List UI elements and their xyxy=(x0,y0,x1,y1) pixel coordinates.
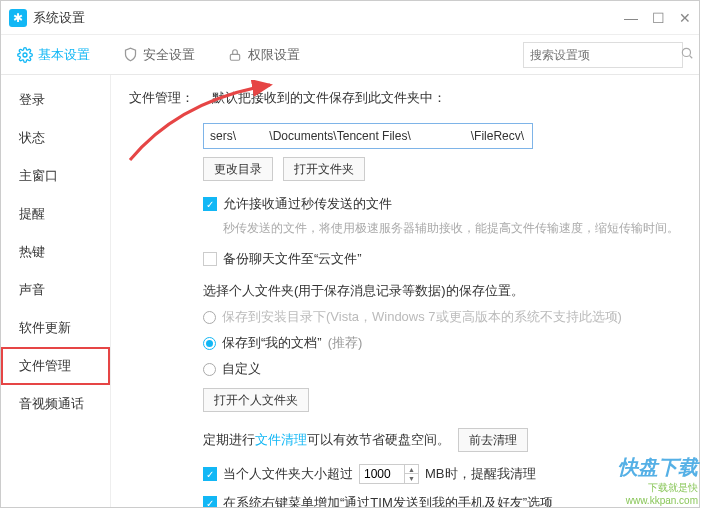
size-alert-suffix: MB时，提醒我清理 xyxy=(425,465,536,483)
sidebar-item-sound[interactable]: 声音 xyxy=(1,271,110,309)
radio-my-docs-hint: (推荐) xyxy=(328,334,363,352)
content-panel: 文件管理： 默认把接收到的文件保存到此文件夹中： 更改目录 打开文件夹 ✓ 允许… xyxy=(111,75,699,507)
radio-my-docs[interactable] xyxy=(203,337,216,350)
radio-custom-label: 自定义 xyxy=(222,360,261,378)
sidebar-item-login[interactable]: 登录 xyxy=(1,81,110,119)
fast-hint: 秒传发送的文件，将使用极速服务器辅助接收，能提高文件传输速度，缩短传输时间。 xyxy=(223,219,681,238)
cleanup-text: 定期进行文件清理可以有效节省硬盘空间。 xyxy=(203,431,450,449)
radio-custom[interactable] xyxy=(203,363,216,376)
sidebar-item-reminder[interactable]: 提醒 xyxy=(1,195,110,233)
svg-rect-1 xyxy=(230,54,239,60)
personal-loc-desc: 选择个人文件夹(用于保存消息记录等数据)的保存位置。 xyxy=(203,282,681,300)
sidebar-item-status[interactable]: 状态 xyxy=(1,119,110,157)
tab-security[interactable]: 安全设置 xyxy=(122,46,195,64)
sidebar-item-avcall[interactable]: 音视频通话 xyxy=(1,385,110,423)
sidebar-item-update[interactable]: 软件更新 xyxy=(1,309,110,347)
backup-cloud-label: 备份聊天文件至“云文件” xyxy=(223,250,362,268)
radio-my-docs-label: 保存到“我的文档” xyxy=(222,334,322,352)
sidebar-item-hotkey[interactable]: 热键 xyxy=(1,233,110,271)
size-threshold-input[interactable] xyxy=(360,467,404,481)
search-input[interactable] xyxy=(530,48,680,62)
tab-bar: 基本设置 安全设置 权限设置 xyxy=(1,35,699,75)
cleanup-now-button[interactable]: 前去清理 xyxy=(458,428,528,452)
context-menu-label: 在系统右键菜单增加“通过TIM发送到我的手机及好友”选项 xyxy=(223,494,553,507)
size-threshold-stepper[interactable]: ▲▼ xyxy=(359,464,419,484)
default-save-desc: 默认把接收到的文件保存到此文件夹中： xyxy=(212,89,446,107)
search-box[interactable] xyxy=(523,42,683,68)
sidebar-item-filemanage[interactable]: 文件管理 xyxy=(1,347,110,385)
sidebar-item-mainwindow[interactable]: 主窗口 xyxy=(1,157,110,195)
window-title: 系统设置 xyxy=(33,9,85,27)
gear-icon xyxy=(17,47,33,63)
stepper-up-icon[interactable]: ▲ xyxy=(405,465,418,474)
sidebar: 登录 状态 主窗口 提醒 热键 声音 软件更新 文件管理 音视频通话 xyxy=(1,75,111,507)
settings-window: ✱ 系统设置 — ☐ ✕ 基本设置 安全设置 权限设置 xyxy=(0,0,700,508)
app-logo-icon: ✱ xyxy=(9,9,27,27)
lock-icon xyxy=(227,47,243,63)
close-button[interactable]: ✕ xyxy=(679,10,691,26)
search-icon[interactable] xyxy=(680,46,694,63)
allow-fast-checkbox[interactable]: ✓ xyxy=(203,197,217,211)
shield-icon xyxy=(122,47,138,63)
file-cleanup-link[interactable]: 文件清理 xyxy=(255,432,307,447)
change-dir-button[interactable]: 更改目录 xyxy=(203,157,273,181)
minimize-button[interactable]: — xyxy=(624,10,638,26)
save-path-input[interactable] xyxy=(203,123,533,149)
tab-basic[interactable]: 基本设置 xyxy=(17,46,90,64)
radio-install-dir xyxy=(203,311,216,324)
svg-point-0 xyxy=(23,53,27,57)
allow-fast-label: 允许接收通过秒传发送的文件 xyxy=(223,195,392,213)
svg-point-2 xyxy=(682,48,690,56)
open-personal-folder-button[interactable]: 打开个人文件夹 xyxy=(203,388,309,412)
stepper-down-icon[interactable]: ▼ xyxy=(405,474,418,483)
size-alert-checkbox[interactable]: ✓ xyxy=(203,467,217,481)
section-label: 文件管理： xyxy=(129,89,194,107)
titlebar: ✱ 系统设置 — ☐ ✕ xyxy=(1,1,699,35)
context-menu-checkbox[interactable]: ✓ xyxy=(203,496,217,507)
tab-permission[interactable]: 权限设置 xyxy=(227,46,300,64)
backup-cloud-checkbox[interactable] xyxy=(203,252,217,266)
maximize-button[interactable]: ☐ xyxy=(652,10,665,26)
size-alert-prefix: 当个人文件夹大小超过 xyxy=(223,465,353,483)
radio-install-dir-label: 保存到安装目录下(Vista，Windows 7或更高版本的系统不支持此选项) xyxy=(222,308,622,326)
open-folder-button[interactable]: 打开文件夹 xyxy=(283,157,365,181)
